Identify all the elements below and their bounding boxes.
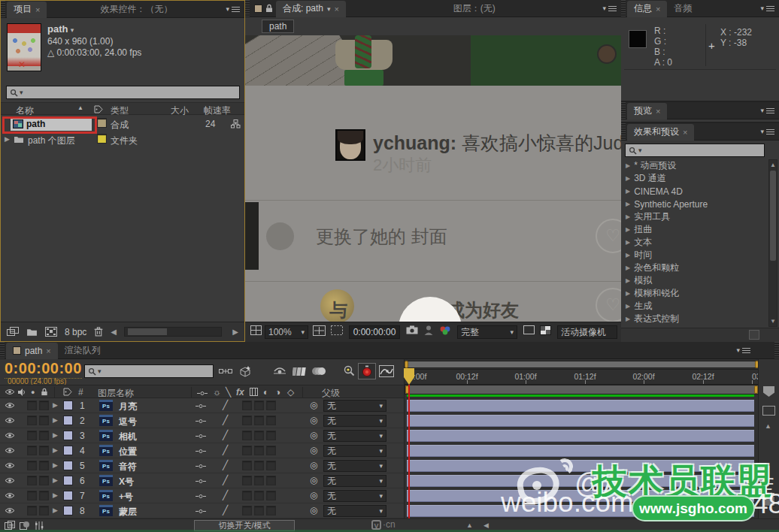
panel-menu-icon[interactable]: ▾ [760,128,774,135]
parent-select[interactable]: 无▾ [323,460,386,472]
panel-gripper[interactable] [774,342,779,358]
audio-toggle[interactable] [27,491,37,500]
project-search-input[interactable]: ▾ [6,86,240,99]
scroll-down-icon[interactable]: ▼ [770,318,776,325]
show-snapshot-icon[interactable] [424,325,433,335]
switch-box[interactable] [254,491,264,500]
interpret-footage-icon[interactable] [7,327,19,337]
label-color-chip[interactable] [63,476,73,485]
layer-bar-row[interactable] [405,458,759,473]
zoom-select[interactable]: 100%▾ [265,325,308,339]
quality-toggle[interactable]: ╱ [223,505,228,515]
layer-row[interactable]: ▶ 6 Ps X号 ╱ ◎ 无▾ [0,473,404,488]
auto-keyframe-icon[interactable] [358,363,376,379]
panel-menu-icon[interactable]: ▾ [736,346,750,354]
safe-margins-icon[interactable] [313,325,326,336]
switch-box[interactable] [254,446,264,455]
switch-box[interactable] [242,416,252,425]
flowchart-icon[interactable] [231,119,241,128]
eye-icon[interactable] [5,507,15,514]
project-item-folder[interactable]: ▶ path 个图层 文件夹 [1,132,244,148]
effects-category[interactable]: ▶扭曲 [621,223,768,236]
switch-box[interactable] [266,461,276,470]
switch-box[interactable] [266,491,276,500]
quality-toggle[interactable]: ╱ [223,445,228,455]
quality-toggle[interactable]: ╱ [223,430,228,440]
parent-select[interactable]: 无▾ [323,415,386,427]
switch-box[interactable] [242,491,252,500]
switch-box[interactable] [254,431,264,440]
layer-bar-row[interactable] [405,443,759,458]
solo-toggle[interactable] [39,491,49,500]
layer-bar-row[interactable] [405,428,759,443]
layer-bar-row[interactable] [405,488,759,503]
solo-toggle[interactable] [39,461,49,470]
effects-category[interactable]: ▶Synthetic Aperture [621,198,768,210]
panel-menu-icon[interactable]: ▾ [226,5,240,13]
layer-name[interactable]: X号 [119,476,134,488]
eye-icon[interactable] [5,432,15,439]
effects-category[interactable]: ▶生成 [621,300,768,313]
tab-composition[interactable]: 合成: path ▾ × [276,1,346,17]
parent-pickwhip-icon[interactable]: ◎ [310,490,317,500]
label-color-chip[interactable] [97,118,107,128]
switch-box[interactable] [242,506,252,515]
layer-row[interactable]: ▶ 8 Ps 蒙层 ╱ ◎ 无▾ [0,503,404,518]
panel-gripper[interactable] [621,0,626,17]
parent-pickwhip-icon[interactable]: ◎ [310,430,317,440]
switch-box[interactable] [242,401,252,410]
audio-toggle[interactable] [27,401,37,410]
layer-bar-row[interactable] [405,503,759,518]
effects-category[interactable]: ▶时间 [621,249,768,261]
eye-icon[interactable] [5,462,15,469]
audio-toggle[interactable] [27,461,37,470]
switch-box[interactable] [254,416,264,425]
label-tag-icon[interactable] [63,388,72,396]
quality-toggle[interactable]: ╱ [223,415,228,425]
switch-box[interactable] [254,461,264,470]
solo-toggle[interactable] [39,506,49,515]
frame-blending-icon[interactable] [290,363,308,379]
expander-icon[interactable]: ▶ [53,431,58,439]
bit-depth-label[interactable]: 8 bpc [65,327,86,337]
tab-audio[interactable]: 音频 [667,1,699,17]
effects-category[interactable]: ▶杂色和颗粒 [621,261,768,274]
comp-thumbnail[interactable]: ✕ [7,23,41,71]
panel-menu-icon[interactable]: ▾ [760,107,774,114]
comp-name[interactable]: path [47,23,68,35]
switch-box[interactable] [266,401,276,410]
trash-icon[interactable] [94,327,103,337]
eye-icon[interactable] [5,477,15,484]
label-color-chip[interactable] [63,401,73,410]
layer-row[interactable]: ▶ 4 Ps 位置 ╱ ◎ 无▾ [0,443,404,458]
target-region-icon[interactable] [523,325,535,334]
scroll-left-icon[interactable]: ◀ [111,328,117,336]
new-folder-icon[interactable] [26,328,38,337]
expander-icon[interactable]: ▶ [53,506,58,514]
chevron-down-icon[interactable]: ▾ [98,367,102,375]
close-icon[interactable]: × [683,128,687,137]
scroll-right-icon[interactable]: ▶ [232,328,238,336]
chevron-down-icon[interactable]: ▾ [20,89,23,96]
panel-gripper[interactable] [1,1,5,17]
label-color-chip[interactable] [63,446,73,455]
chevron-down-icon[interactable]: ▾ [71,26,74,34]
shy-toggle[interactable] [196,464,206,468]
eye-icon[interactable] [5,417,15,424]
parent-pickwhip-icon[interactable]: ◎ [310,475,317,485]
comp-flowchart-icon[interactable] [217,363,235,379]
snapshot-camera-icon[interactable] [406,325,418,334]
new-panel-icon[interactable] [749,330,759,340]
label-color-chip[interactable] [63,416,73,425]
eye-icon[interactable] [5,447,15,454]
switch-box[interactable] [254,506,264,515]
close-icon[interactable]: × [656,107,660,116]
region-of-interest-icon[interactable] [331,325,343,335]
solo-toggle[interactable] [39,476,49,485]
close-icon[interactable]: × [335,5,339,14]
quality-toggle[interactable]: ╱ [223,460,228,470]
comp-mini-icon[interactable] [762,406,775,416]
panel-menu-icon[interactable]: ▾ [602,5,617,12]
effects-category[interactable]: ▶CINEMA 4D [621,185,768,198]
parent-pickwhip-icon[interactable]: ◎ [310,400,317,410]
